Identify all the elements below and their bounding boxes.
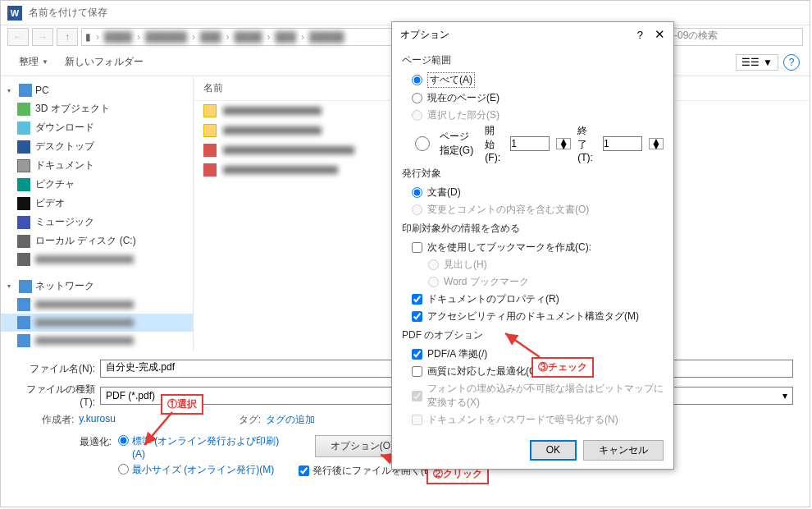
headings-radio: 見出し(H) xyxy=(402,256,664,273)
page-from-input[interactable] xyxy=(510,136,550,151)
col-name[interactable]: 名前 xyxy=(203,81,223,95)
ok-button[interactable]: OK xyxy=(530,440,577,461)
svg-line-0 xyxy=(144,412,172,445)
organize-button[interactable]: 整理▼ xyxy=(11,52,57,72)
tree-drive[interactable] xyxy=(1,250,193,268)
bookmarks-checkbox[interactable]: 次を使用してブックマークを作成(C): xyxy=(402,239,664,256)
optimize-minsize-radio[interactable]: 最小サイズ (オンライン発行)(M) xyxy=(118,464,282,477)
filename-label: ファイル名(N): xyxy=(17,362,95,376)
help-button[interactable]: ? xyxy=(783,54,800,71)
page-to-input[interactable] xyxy=(603,136,642,151)
range-all-radio[interactable]: すべて(A) xyxy=(402,71,664,89)
tree-documents[interactable]: ドキュメント xyxy=(1,156,193,175)
tree-network-pc2[interactable] xyxy=(1,314,193,332)
dialog-close-button[interactable]: ✕ xyxy=(655,27,665,42)
tree-network-pc1[interactable] xyxy=(1,296,193,314)
nav-up-button[interactable]: ↑ xyxy=(57,28,78,46)
tree-3d-objects[interactable]: 3D オブジェクト xyxy=(1,99,193,118)
tree-downloads[interactable]: ダウンロード xyxy=(1,118,193,137)
arrow-1 xyxy=(139,409,180,452)
radio-standard[interactable] xyxy=(118,435,129,446)
word-app-icon: W xyxy=(7,6,22,21)
author-value[interactable]: y.kurosu xyxy=(79,413,115,427)
range-current-radio[interactable]: 現在のページ(E) xyxy=(402,89,664,107)
dialog-help-button[interactable]: ? xyxy=(637,29,643,41)
tree-desktop[interactable]: デスクトップ xyxy=(1,137,193,156)
range-pages-radio[interactable] xyxy=(412,136,433,151)
options-dialog: オプション ? ✕ ページ範囲 すべて(A) 現在のページ(E) 選択した部分(… xyxy=(391,21,674,470)
docprops-checkbox[interactable]: ドキュメントのプロパティ(R) xyxy=(402,291,664,308)
view-options-button[interactable]: ☰☰ ▼ xyxy=(736,54,778,71)
publish-document-radio[interactable]: 文書(D) xyxy=(402,184,664,201)
nav-back-button[interactable]: ← xyxy=(7,28,29,46)
range-pages-row: ページ指定(G) 開始(F): ▲▼ 終了(T): ▲▼ xyxy=(402,124,664,163)
tag-label: タグ: xyxy=(239,413,261,427)
tree-network-pc3[interactable] xyxy=(1,332,193,350)
embed-fonts-checkbox: フォントの埋め込みが不可能な場合はビットマップに変換する(X) xyxy=(402,380,664,411)
new-folder-button[interactable]: 新しいフォルダー xyxy=(57,52,152,72)
publish-markup-radio: 変更とコメントの内容を含む文書(O) xyxy=(402,201,664,218)
tree-localdisk[interactable]: ローカル ディスク (C:) xyxy=(1,232,193,250)
nav-forward-button[interactable]: → xyxy=(32,28,53,46)
radio-minsize[interactable] xyxy=(118,464,129,475)
cancel-button[interactable]: キャンセル xyxy=(583,440,664,461)
tree-pictures[interactable]: ピクチャ xyxy=(1,175,193,194)
page-range-label: ページ範囲 xyxy=(402,53,664,67)
range-selection-radio: 選択した部分(S) xyxy=(402,107,664,124)
encrypt-checkbox: ドキュメントをパスワードで暗号化する(N) xyxy=(402,411,664,429)
optimize-label: 最適化: xyxy=(42,435,112,480)
dialog-title: オプション xyxy=(400,28,449,42)
svg-line-2 xyxy=(505,333,540,357)
word-bookmarks-radio: Word ブックマーク xyxy=(402,273,664,291)
tree-music[interactable]: ミュージック xyxy=(1,213,193,232)
tree-pc[interactable]: ▾PC xyxy=(1,81,193,99)
nonprint-label: 印刷対象外の情報を含める xyxy=(402,222,664,236)
pc-icon: ▮ xyxy=(85,31,91,43)
tree-videos[interactable]: ビデオ xyxy=(1,194,193,213)
publish-what-label: 発行対象 xyxy=(402,167,664,181)
acctags-checkbox[interactable]: アクセシビリティ用のドキュメント構造タグ(M) xyxy=(402,308,664,325)
window-title: 名前を付けて保存 xyxy=(29,6,107,20)
tree-network[interactable]: ▾ネットワーク xyxy=(1,277,193,296)
tag-value[interactable]: タグの追加 xyxy=(266,413,315,427)
folder-tree: ▾PC 3D オブジェクト ダウンロード デスクトップ ドキュメント ピクチャ … xyxy=(1,76,194,351)
filetype-label: ファイルの種類(T): xyxy=(17,383,95,408)
chk-open-after[interactable] xyxy=(299,465,309,476)
author-label: 作成者: xyxy=(42,413,74,427)
arrow-3 xyxy=(500,328,550,364)
